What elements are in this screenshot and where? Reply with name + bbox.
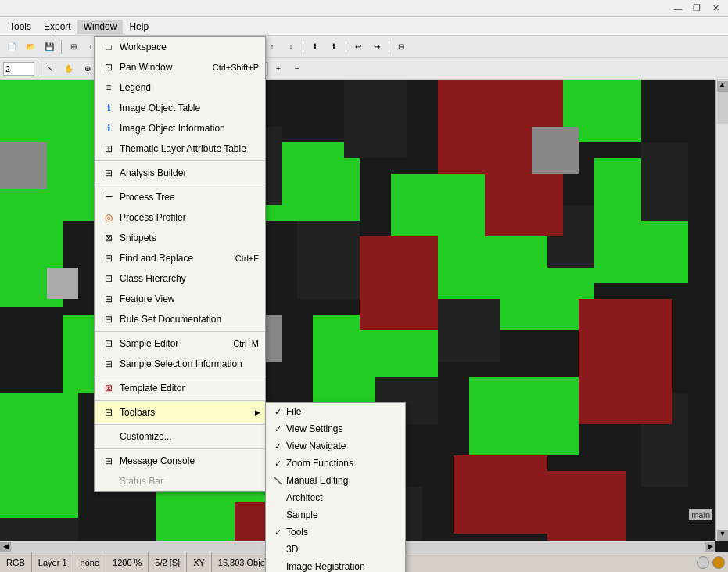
svg-rect-41 — [47, 268, 78, 299]
minimize-button[interactable]: — — [669, 2, 687, 16]
menu-item-legend[interactable]: ≡ Legend — [95, 77, 265, 98]
process-tree-icon: ⊢ — [101, 189, 117, 205]
snippets-icon: ⊠ — [101, 230, 117, 246]
menu-item-process-profiler[interactable]: ◎ Process Profiler — [95, 207, 265, 228]
menu-item-ruleset-doc[interactable]: ⊟ Rule Set Documentation — [95, 309, 265, 329]
tb-undo[interactable]: ↩ — [350, 38, 367, 56]
svg-rect-32 — [579, 299, 672, 424]
template-editor-icon: ⊠ — [101, 380, 117, 396]
svg-rect-39 — [532, 127, 579, 174]
submenu-item-sample[interactable]: Sample — [266, 506, 405, 523]
menu-item-sample-selection[interactable]: ⊟ Sample Selection Information — [95, 354, 265, 374]
tb-btn1[interactable]: ⊞ — [65, 38, 82, 56]
check-view-settings: ✓ — [272, 424, 283, 434]
check-sample — [272, 510, 283, 520]
submenu-item-zoom-functions[interactable]: ✓ Zoom Functions — [266, 455, 405, 472]
check-file: ✓ — [272, 407, 283, 417]
svg-rect-19 — [297, 221, 360, 299]
layer-input[interactable] — [3, 62, 34, 76]
feature-view-icon: ⊟ — [101, 291, 117, 307]
tb-open[interactable]: 📂 — [22, 38, 39, 56]
window-dropdown-menu: □ Workspace ⊡ Pan Window Ctrl+Shift+P ≡ … — [94, 36, 266, 492]
menu-item-snippets[interactable]: ⊠ Snippets — [95, 228, 265, 248]
analysis-builder-icon: ⊟ — [101, 165, 117, 181]
submenu-item-view-navigate[interactable]: ✓ View Navigate — [266, 437, 405, 455]
tb-nav2[interactable]: ℹ — [325, 38, 342, 56]
submenu-item-view-settings[interactable]: ✓ View Settings — [266, 420, 405, 437]
check-architect — [272, 493, 283, 502]
menu-item-feature-view[interactable]: ⊟ Feature View — [95, 289, 265, 309]
menu-item-workspace[interactable]: □ Workspace — [95, 37, 265, 57]
check-view-navigate: ✓ — [272, 441, 283, 451]
menu-item-message-console[interactable]: ⊟ Message Console — [95, 451, 265, 471]
tb-zoom-in[interactable]: + — [270, 60, 287, 77]
main-label: main — [689, 509, 712, 520]
menu-item-find-replace[interactable]: ⊟ Find and Replace Ctrl+F — [95, 248, 265, 268]
menu-item-pan-window[interactable]: ⊡ Pan Window Ctrl+Shift+P — [95, 57, 265, 77]
tb-zoom-out[interactable]: − — [289, 60, 306, 77]
check-zoom-functions: ✓ — [272, 459, 283, 469]
sep1 — [61, 40, 62, 54]
status-zoom: 1200 % — [106, 552, 149, 572]
sep4 — [95, 376, 265, 376]
find-replace-icon: ⊟ — [101, 250, 117, 266]
submenu-item-3d[interactable]: 3D — [266, 541, 405, 558]
sample-selection-icon: ⊟ — [101, 356, 117, 372]
menu-item-image-object-info[interactable]: ℹ Image Object Information — [95, 118, 265, 139]
tb-new[interactable]: 📄 — [3, 38, 20, 56]
menu-item-analysis-builder[interactable]: ⊟ Analysis Builder — [95, 163, 265, 183]
check-3d — [272, 545, 283, 554]
status-none: none — [74, 552, 106, 572]
menu-item-customize[interactable]: Customize... — [95, 426, 265, 447]
menu-item-thematic-layer[interactable]: ⊞ Thematic Layer Attribute Table — [95, 139, 265, 159]
svg-rect-30 — [485, 174, 563, 236]
tb-hand[interactable]: ✋ — [60, 60, 77, 77]
submenu-item-image-registration[interactable]: Image Registration — [266, 558, 405, 572]
check-manual-editing — [272, 475, 283, 486]
svg-rect-31 — [360, 236, 438, 330]
sample-editor-icon: ⊟ — [101, 336, 117, 351]
tb-extra[interactable]: ⊟ — [393, 38, 410, 56]
menu-export[interactable]: Export — [38, 20, 77, 34]
tb-save[interactable]: 💾 — [41, 38, 58, 56]
menu-item-sample-editor[interactable]: ⊟ Sample Editor Ctrl+M — [95, 333, 265, 354]
restore-button[interactable]: ❐ — [687, 2, 706, 16]
svg-rect-20 — [438, 299, 500, 362]
sep4 — [303, 40, 303, 54]
tb-btn11[interactable]: ↑ — [264, 38, 281, 56]
image-object-info-icon: ℹ — [101, 121, 117, 136]
tb-btn12[interactable]: ↓ — [282, 38, 299, 56]
tb-pointer[interactable]: ↖ — [41, 60, 59, 77]
menu-item-process-tree[interactable]: ⊢ Process Tree — [95, 187, 265, 207]
menu-item-image-object-table[interactable]: ℹ Image Object Table — [95, 98, 265, 118]
submenu-item-tools[interactable]: ✓ Tools — [266, 523, 405, 541]
menu-item-class-hierarchy[interactable]: ⊟ Class Hierarchy — [95, 268, 265, 289]
check-tools: ✓ — [272, 527, 283, 538]
menu-item-toolbars[interactable]: ⊟ Toolbars ✓ File ✓ View Settings ✓ View… — [95, 402, 265, 423]
sep5 — [346, 40, 346, 54]
process-profiler-icon: ◎ — [101, 210, 117, 225]
menu-help[interactable]: Help — [123, 20, 155, 34]
submenu-item-manual-editing[interactable]: Manual Editing — [266, 472, 405, 489]
menu-window[interactable]: Window — [77, 20, 124, 34]
svg-rect-22 — [641, 142, 688, 221]
status-layer: Layer 1 — [32, 552, 74, 572]
svg-rect-33 — [454, 455, 547, 534]
sep5 — [95, 400, 265, 401]
toolbars-icon: ⊟ — [101, 405, 117, 420]
ruleset-doc-icon: ⊟ — [101, 311, 117, 327]
submenu-item-file[interactable]: ✓ File — [266, 403, 405, 420]
menu-item-template-editor[interactable]: ⊠ Template Editor — [95, 378, 265, 398]
submenu-item-architect[interactable]: Architect — [266, 489, 405, 506]
sep1 — [95, 160, 265, 161]
svg-line-42 — [274, 477, 282, 484]
tb-redo[interactable]: ↪ — [368, 38, 386, 56]
close-button[interactable]: ✕ — [706, 2, 725, 16]
menu-tools[interactable]: Tools — [3, 20, 38, 34]
tb-nav1[interactable]: ℹ — [307, 38, 324, 56]
message-console-icon: ⊟ — [101, 453, 117, 469]
scroll-right[interactable]: ▲ ▼ — [715, 80, 728, 541]
sep7 — [38, 62, 38, 76]
title-bar: — ❐ ✕ — [0, 0, 728, 17]
menu-item-status-bar: Status Bar — [95, 471, 265, 491]
